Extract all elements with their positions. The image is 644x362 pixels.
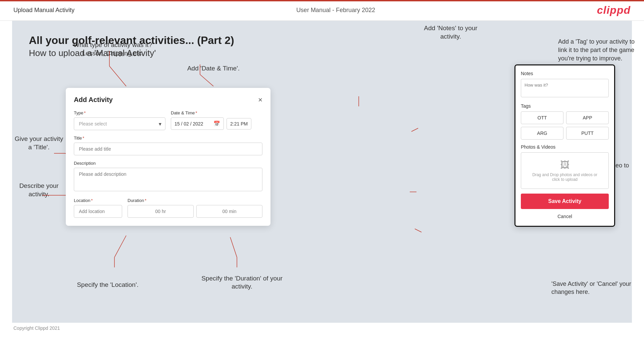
time-field[interactable]: 2:21 PM bbox=[227, 118, 251, 130]
footer: Copyright Clippd 2021 bbox=[0, 323, 644, 333]
add-activity-modal: Add Activity × Type* Please select Date … bbox=[66, 88, 270, 226]
annotation-location: Specify the 'Location'. bbox=[71, 281, 145, 289]
date-field[interactable]: 📅 bbox=[171, 117, 224, 130]
photos-label: Photos & Videos bbox=[521, 144, 609, 150]
title-label: Title* bbox=[74, 136, 262, 141]
page-title: Upload Manual Activity bbox=[13, 7, 75, 14]
svg-line-0 bbox=[109, 66, 126, 86]
notes-input[interactable] bbox=[521, 79, 609, 97]
type-select[interactable]: Please select bbox=[74, 117, 165, 130]
datetime-label: Date & Time* bbox=[171, 110, 262, 115]
photos-upload-area[interactable]: 🖼 Drag and Drop photos and videos or cli… bbox=[521, 152, 609, 189]
annotation-notes: Add 'Notes' to your activity. bbox=[414, 24, 488, 41]
copyright-text: Copyright Clippd 2021 bbox=[13, 325, 60, 331]
description-group: Description bbox=[74, 161, 262, 193]
tag-ott[interactable]: OTT bbox=[521, 111, 563, 124]
location-group: Location* bbox=[74, 198, 122, 218]
description-input[interactable] bbox=[74, 168, 262, 191]
top-bar: Upload Manual Activity User Manual - Feb… bbox=[0, 0, 644, 21]
tag-arg[interactable]: ARG bbox=[521, 127, 563, 140]
type-group: Type* Please select bbox=[74, 110, 165, 130]
annotation-title: Give your activity a 'Title'. bbox=[12, 135, 66, 151]
title-input[interactable] bbox=[74, 143, 262, 155]
notes-label: Notes bbox=[521, 71, 609, 76]
phone-inner: Notes Tags OTT APP ARG PUTT Photos & Vid… bbox=[515, 65, 614, 226]
location-duration-row: Location* Duration* bbox=[74, 198, 262, 218]
manual-title: User Manual - February 2022 bbox=[296, 7, 375, 14]
annotation-date-time: Add 'Date & Time'. bbox=[180, 64, 247, 73]
annotation-duration: Specify the 'Duration' of your activity. bbox=[200, 274, 284, 291]
annotation-what-type: What type of activity was it? Lesson, Ch… bbox=[69, 41, 156, 57]
modal-header: Add Activity × bbox=[74, 96, 262, 104]
datetime-group: Date & Time* 📅 2:21 PM bbox=[171, 110, 262, 130]
duration-group: Duration* bbox=[128, 198, 262, 218]
description-label: Description bbox=[74, 161, 262, 166]
calendar-icon: 📅 bbox=[213, 120, 220, 127]
tags-label: Tags bbox=[521, 103, 609, 109]
annotation-tag: Add a 'Tag' to your activity to link it … bbox=[558, 38, 639, 63]
tag-app[interactable]: APP bbox=[566, 111, 609, 124]
photo-icon: 🖼 bbox=[528, 159, 602, 170]
clippd-logo: clippd bbox=[597, 4, 631, 16]
close-button[interactable]: × bbox=[258, 96, 262, 104]
title-group: Title* bbox=[74, 136, 262, 155]
location-input[interactable] bbox=[74, 205, 122, 218]
svg-line-8 bbox=[114, 236, 126, 257]
duration-hr-input[interactable] bbox=[128, 205, 194, 218]
tags-grid: OTT APP ARG PUTT bbox=[521, 111, 609, 140]
svg-line-2 bbox=[200, 74, 213, 86]
duration-label: Duration* bbox=[128, 198, 262, 203]
annotation-describe: Describe your activity. bbox=[9, 182, 69, 198]
type-label: Type* bbox=[74, 110, 165, 115]
date-input[interactable] bbox=[175, 121, 211, 126]
main-content: All your golf-relevant activities... (Pa… bbox=[12, 21, 632, 323]
type-datetime-row: Type* Please select Date & Time* 📅 bbox=[74, 110, 262, 130]
photos-upload-text: Drag and Drop photos and videos or click… bbox=[528, 172, 602, 182]
cancel-link[interactable]: Cancel bbox=[521, 212, 609, 220]
duration-min-input[interactable] bbox=[196, 205, 262, 218]
phone-panel: Notes Tags OTT APP ARG PUTT Photos & Vid… bbox=[514, 64, 615, 227]
svg-line-15 bbox=[415, 229, 422, 232]
location-label: Location* bbox=[74, 198, 122, 203]
modal-title: Add Activity bbox=[74, 96, 113, 104]
type-select-wrapper: Please select bbox=[74, 117, 165, 130]
duration-inputs bbox=[128, 205, 262, 218]
save-activity-button[interactable]: Save Activity bbox=[521, 194, 609, 209]
svg-line-13 bbox=[411, 128, 418, 132]
tag-putt[interactable]: PUTT bbox=[566, 127, 609, 140]
date-time-wrapper: 📅 2:21 PM bbox=[171, 117, 262, 130]
annotation-save: 'Save Activity' or 'Cancel' your changes… bbox=[551, 280, 639, 296]
svg-line-10 bbox=[230, 237, 237, 257]
